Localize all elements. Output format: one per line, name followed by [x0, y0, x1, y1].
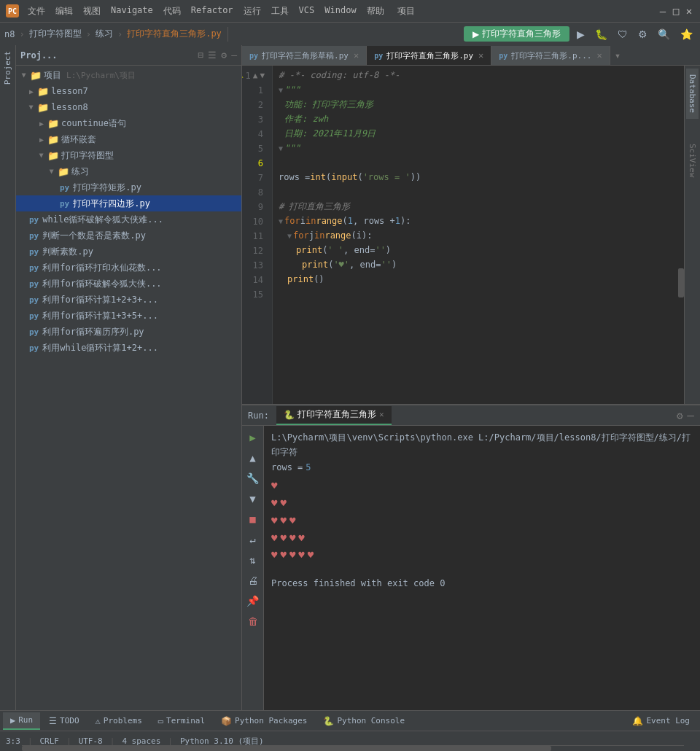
btt-terminal[interactable]: ▭ Terminal — [151, 712, 212, 730]
tree-sum1-label: 利用for循环计算1+2+3+... — [42, 294, 158, 306]
editor-scroll-thumb[interactable] — [678, 268, 684, 297]
tab-active-close[interactable]: ✕ — [478, 50, 483, 61]
tree-parallelogram-py[interactable]: py 打印平行四边形.py — [16, 195, 241, 211]
run-tab-close[interactable]: ✕ — [379, 410, 384, 419]
warning-count: 1 — [246, 69, 251, 83]
nav-down[interactable]: ▼ — [260, 69, 265, 83]
arrow-icon: ▶ — [38, 153, 46, 157]
tab-draft-close[interactable]: ✕ — [354, 50, 359, 61]
btt-todo[interactable]: ☰ TODO — [42, 712, 87, 730]
btt-run[interactable]: ▶ Run — [3, 712, 40, 730]
tree-traverse[interactable]: py 利用for循环遍历序列.py — [16, 324, 241, 340]
tab-triangle-close[interactable]: ✕ — [596, 50, 602, 61]
pin-button[interactable]: 📌 — [246, 594, 260, 608]
menu-window[interactable]: Window — [320, 4, 360, 19]
menu-vcs[interactable]: VCS — [295, 4, 319, 19]
clear-button[interactable]: 🗑 — [246, 614, 260, 629]
sciview-tab[interactable]: SciView — [686, 138, 699, 183]
bottom-settings-icon[interactable]: ⚙ — [677, 410, 682, 421]
search-button[interactable]: 🔍 — [655, 27, 673, 42]
tree-print-char[interactable]: ▶ 📁 打印字符图型 — [16, 147, 241, 163]
tree-lesson8-label: lesson8 — [51, 102, 88, 112]
tab-triangle[interactable]: py 打印字符三角形.p... ✕ — [491, 46, 610, 65]
tree-loop-nest[interactable]: ▶ 📁 循环嵌套 — [16, 131, 241, 147]
tree-lesson8[interactable]: ▶ 📁 lesson8 — [16, 99, 241, 115]
btt-packages-label: Python Packages — [235, 716, 307, 725]
menu-file[interactable]: 文件 — [23, 4, 50, 19]
tree-prime1[interactable]: py 判断一个数是否是素数.py — [16, 227, 241, 244]
collapse-all-icon[interactable]: ⊟ — [198, 50, 204, 61]
run-down-button[interactable]: ▼ — [246, 491, 260, 506]
menu-edit[interactable]: 编辑 — [51, 4, 77, 19]
coverage-button[interactable]: 🛡 — [615, 27, 631, 42]
close-button[interactable]: ✕ — [684, 6, 694, 16]
btt-run-label: Run — [18, 715, 33, 725]
folder-icon: 📁 — [30, 70, 42, 81]
tab-draft[interactable]: py 打印字符三角形草稿.py ✕ — [242, 46, 367, 65]
tree-root[interactable]: ▶ 📁 项目 L:\Pycharm\项目 — [16, 67, 241, 83]
wrap-button[interactable]: ↵ — [246, 532, 260, 547]
tab-active[interactable]: py 打印字符直角三角形.py ✕ — [367, 46, 491, 65]
tree-root-label: 项目 — [44, 69, 61, 82]
tree-countinue[interactable]: ▶ 📁 countinue语句 — [16, 115, 241, 131]
line-num-7: 7 — [242, 171, 263, 185]
line-num-6: 6 — [242, 156, 263, 171]
sort-button[interactable]: ⇅ — [246, 553, 260, 567]
code-content[interactable]: # -*- coding: utf-8 -*- ▼""" 功能: 打印字符三角形… — [273, 66, 684, 404]
bookmark-button[interactable]: ⭐ — [677, 27, 696, 42]
code-line-10: # 打印直角三角形 — [279, 200, 678, 214]
wrench-icon[interactable]: 🔧 — [246, 471, 260, 486]
line-num-1: 1 — [242, 83, 263, 98]
tree-while2[interactable]: py 利用while循环计算1+2+... — [16, 340, 241, 356]
database-tab[interactable]: Database — [686, 69, 699, 119]
project-tree: ▶ 📁 项目 L:\Pycharm\项目 ▶ 📁 lesson7 ▶ 📁 les… — [16, 66, 241, 710]
btt-console[interactable]: 🐍 Python Console — [316, 712, 412, 730]
project-tab[interactable]: Project — [1, 45, 14, 90]
menu-view[interactable]: 视图 — [79, 4, 105, 19]
tree-prime2[interactable]: py 判断素数.py — [16, 244, 241, 260]
tree-practice[interactable]: ▶ 📁 练习 — [16, 163, 241, 179]
rows-text: rows = — [271, 460, 303, 475]
tab-overflow[interactable]: ▾ — [610, 46, 625, 65]
settings-button[interactable]: ⚙ — [635, 27, 650, 42]
tree-lesson7[interactable]: ▶ 📁 lesson7 — [16, 83, 241, 99]
maximize-button[interactable]: □ — [671, 6, 681, 16]
nav-up[interactable]: ▲ — [253, 69, 258, 83]
run-play-button[interactable]: ▶ — [246, 430, 260, 445]
minimize-icon[interactable]: — — [231, 50, 237, 61]
menu-code[interactable]: 代码 — [159, 4, 185, 19]
tree-lesson7-label: lesson7 — [51, 86, 88, 96]
btt-packages[interactable]: 📦 Python Packages — [214, 712, 314, 730]
menu-navigate[interactable]: Navigate — [106, 4, 158, 19]
tree-crack[interactable]: py 利用for循环破解令狐大侠... — [16, 276, 241, 292]
btt-eventlog[interactable]: 🔔 Event Log — [625, 712, 697, 730]
stop-button[interactable]: ■ — [246, 512, 260, 526]
minimize-button[interactable]: — — [658, 6, 668, 16]
run-output: L:\Pycharm\项目\venv\Scripts\python.exe L:… — [264, 426, 700, 710]
output-heart-1: ♥ — [271, 478, 693, 495]
run-button[interactable]: ▶ — [574, 27, 588, 42]
folder-icon: 📁 — [47, 118, 59, 129]
py-icon: py — [60, 183, 69, 192]
tree-rect-py[interactable]: py 打印字符矩形.py — [16, 179, 241, 195]
menu-refactor[interactable]: Refactor — [187, 4, 238, 19]
print-button[interactable]: 🖨 — [246, 573, 260, 588]
tree-narcissus[interactable]: py 利用for循环打印水仙花数... — [16, 260, 241, 276]
packages-icon: 📦 — [221, 716, 232, 726]
tree-while1[interactable]: py while循环破解令狐大侠难... — [16, 211, 241, 227]
debug-button[interactable]: 🐛 — [592, 27, 610, 42]
menu-help[interactable]: 帮助 — [362, 4, 389, 19]
run-tab[interactable]: 🐍 打印字符直角三角形 ✕ — [276, 406, 392, 425]
btt-problems[interactable]: ⚠ Problems — [88, 712, 149, 730]
run-config-button[interactable]: ▶ 打印字符直角三角形 — [464, 26, 569, 42]
line-num-9: 9 — [242, 200, 263, 214]
settings-icon[interactable]: ⚙ — [221, 50, 227, 61]
run-up-button[interactable]: ▲ — [246, 451, 260, 465]
menu-tools[interactable]: 工具 — [267, 4, 293, 19]
status-position: 3:3 — [6, 736, 20, 746]
menu-run[interactable]: 运行 — [239, 4, 265, 19]
tree-sum1[interactable]: py 利用for循环计算1+2+3+... — [16, 292, 241, 308]
bottom-minimize-icon[interactable]: — — [687, 408, 694, 422]
layout-icon[interactable]: ☰ — [208, 50, 217, 61]
tree-sum2[interactable]: py 利用for循环计算1+3+5+... — [16, 308, 241, 324]
